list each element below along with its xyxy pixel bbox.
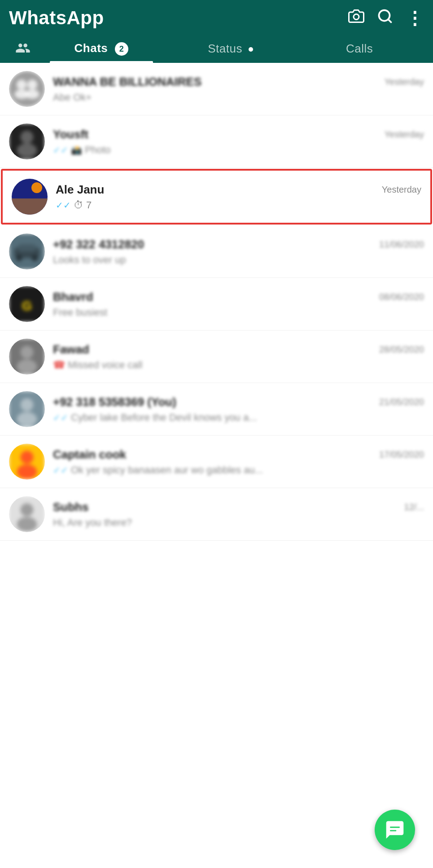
chat-time: 11/06/2020 <box>379 239 424 250</box>
chat-name: Ale Janu <box>56 183 104 197</box>
svg-point-23 <box>17 359 37 374</box>
avatar <box>9 444 45 480</box>
chat-content: Bhavrd08/06/2020Free busiest <box>53 290 424 318</box>
svg-point-4 <box>17 79 26 89</box>
chat-time: Yesterday <box>385 129 424 140</box>
tick-icon: ✓✓ <box>53 412 68 423</box>
more-options-icon[interactable]: ⋮ <box>406 9 424 27</box>
avatar <box>9 496 45 532</box>
chat-preview: Hi, Are you there? <box>53 517 424 529</box>
new-chat-fab[interactable] <box>375 810 415 850</box>
media-icon: 📸 <box>71 145 82 155</box>
chat-content: Subhs12/...Hi, Are you there? <box>53 500 424 529</box>
chat-preview: Free busiest <box>53 307 424 318</box>
chat-top-row: WANNA BE BILLIONAIRESYesterday <box>53 75 424 89</box>
chat-top-row: Subhs12/... <box>53 500 424 514</box>
tab-chats[interactable]: Chats 2 <box>37 35 166 63</box>
header-actions: ⋮ <box>348 8 424 28</box>
svg-rect-16 <box>18 244 36 251</box>
chats-badge: 2 <box>115 42 128 56</box>
chat-time: 21/05/2020 <box>379 397 424 407</box>
chat-preview: Looks to over up <box>53 254 424 266</box>
chat-time: 17/05/2020 <box>379 449 424 460</box>
chat-content: YousftYesterday✓✓📸Photo <box>53 128 424 156</box>
chat-preview: ✓✓Cyber lake Before the Devil knows you … <box>53 412 424 423</box>
chat-name: Captain cook <box>53 448 126 462</box>
chat-name: Bhavrd <box>53 290 93 304</box>
chat-list: WANNA BE BILLIONAIRESYesterdayAbe Ok+ Yo… <box>0 63 433 541</box>
chat-item[interactable]: WANNA BE BILLIONAIRESYesterdayAbe Ok+ <box>0 63 433 115</box>
chat-name: Fawad <box>53 343 89 357</box>
chat-top-row: Ale JanuYesterday <box>56 183 421 197</box>
svg-point-32 <box>17 517 37 531</box>
svg-point-18 <box>31 255 38 261</box>
chat-top-row: Bhavrd08/06/2020 <box>53 290 424 304</box>
tick-icon: ✓✓ <box>53 145 68 155</box>
chat-top-row: YousftYesterday <box>53 128 424 141</box>
svg-point-13 <box>31 182 42 193</box>
tab-new-chat[interactable] <box>9 34 37 63</box>
svg-point-31 <box>21 503 34 516</box>
chat-content: Ale JanuYesterday✓✓⏱ 7 <box>56 183 421 211</box>
chat-content: Fawad28/05/2020☎Missed voice call <box>53 343 424 371</box>
chat-preview: ✓✓Ok yer spicy banaasen aur wo gabbles a… <box>53 464 424 476</box>
svg-text:G: G <box>22 299 32 313</box>
chat-item[interactable]: Subhs12/...Hi, Are you there? <box>0 488 433 541</box>
svg-point-7 <box>25 90 39 99</box>
chat-item[interactable]: G Bhavrd08/06/2020Free busiest <box>0 278 433 330</box>
main-tabs: Chats 2 Status Calls <box>9 34 424 63</box>
chat-name: Subhs <box>53 500 88 514</box>
avatar <box>12 179 48 215</box>
camera-icon[interactable] <box>348 8 364 28</box>
chat-preview: ✓✓⏱ 7 <box>56 199 421 211</box>
avatar <box>9 71 45 107</box>
svg-point-5 <box>27 79 37 89</box>
chat-name: +92 318 5358369 (You) <box>53 395 176 409</box>
app-header: WhatsApp ⋮ Chats <box>0 0 433 63</box>
chat-time: 12/... <box>404 502 424 512</box>
chat-time: 08/06/2020 <box>379 292 424 302</box>
chat-top-row: Fawad28/05/2020 <box>53 343 424 357</box>
missed-call-icon: ☎ <box>53 359 65 371</box>
chat-preview: Abe Ok+ <box>53 92 424 103</box>
avatar: G <box>9 286 45 322</box>
chat-preview: ☎Missed voice call <box>53 359 424 371</box>
tick-icon: ✓✓ <box>53 465 68 476</box>
search-icon[interactable] <box>377 8 393 28</box>
chat-content: +92 318 5358369 (You)21/05/2020✓✓Cyber l… <box>53 395 424 423</box>
svg-point-3 <box>9 71 45 107</box>
svg-point-26 <box>17 412 37 426</box>
chat-item[interactable]: YousftYesterday✓✓📸Photo <box>0 115 433 168</box>
svg-point-29 <box>17 464 37 479</box>
chat-name: +92 322 4312820 <box>53 238 144 251</box>
chat-time: 28/05/2020 <box>379 344 424 355</box>
chat-item[interactable]: +92 318 5358369 (You)21/05/2020✓✓Cyber l… <box>0 383 433 436</box>
chat-item[interactable]: Ale JanuYesterday✓✓⏱ 7 <box>1 169 432 225</box>
chat-item[interactable]: Captain cook17/05/2020✓✓Ok yer spicy ban… <box>0 436 433 488</box>
avatar <box>9 391 45 427</box>
chat-name: WANNA BE BILLIONAIRES <box>53 75 201 89</box>
svg-point-9 <box>21 131 34 144</box>
avatar <box>9 234 45 269</box>
chat-item[interactable]: Fawad28/05/2020☎Missed voice call <box>0 330 433 383</box>
chat-top-row: Captain cook17/05/2020 <box>53 448 424 462</box>
svg-line-2 <box>388 19 391 22</box>
chat-name: Yousft <box>53 128 88 141</box>
chat-item[interactable]: +92 322 431282011/06/2020Looks to over u… <box>0 225 433 278</box>
svg-point-17 <box>16 255 22 261</box>
tick-icon: ✓✓ <box>56 200 71 211</box>
chat-time: Yesterday <box>382 185 421 195</box>
tab-calls[interactable]: Calls <box>295 35 424 63</box>
chat-time: Yesterday <box>385 77 424 87</box>
avatar <box>9 123 45 159</box>
avatar <box>9 339 45 375</box>
svg-point-10 <box>17 143 37 158</box>
svg-point-0 <box>354 14 359 20</box>
chat-content: +92 322 431282011/06/2020Looks to over u… <box>53 238 424 266</box>
chat-content: WANNA BE BILLIONAIRESYesterdayAbe Ok+ <box>53 75 424 103</box>
tab-status[interactable]: Status <box>166 35 295 63</box>
svg-point-28 <box>21 451 34 464</box>
header-top-row: WhatsApp ⋮ <box>9 7 424 34</box>
chat-preview: ✓✓📸Photo <box>53 144 424 156</box>
chat-top-row: +92 322 431282011/06/2020 <box>53 238 424 251</box>
